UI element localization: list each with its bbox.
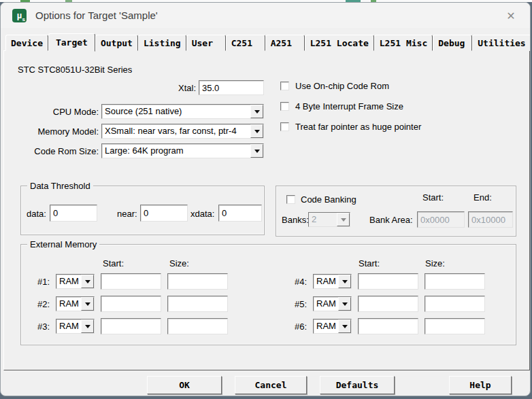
tab-device[interactable]: Device (5, 35, 48, 51)
ext-mem-row-label: #1: (31, 277, 50, 287)
tab-debug[interactable]: Debug (433, 35, 472, 51)
tab-user[interactable]: User (186, 35, 226, 51)
code-rom-size-value: Large: 64K program (102, 144, 250, 158)
memory-model-label: Memory Model: (4, 126, 99, 137)
tab-c251[interactable]: C251 (226, 35, 265, 51)
tab-output[interactable]: Output (95, 35, 138, 51)
dropdown-arrow-glyph (254, 130, 260, 133)
4-byte-interrupt-frame-checkbox[interactable] (280, 102, 289, 111)
ext-mem-start-input-5[interactable] (358, 296, 418, 312)
code-rom-size-label: Code Rom Size: (4, 146, 99, 156)
help-button[interactable]: Help (449, 376, 512, 394)
ext-mem-type-select-4[interactable]: RAM (313, 274, 352, 289)
treat-far-pointer-huge-label: Treat far pointer as huge pointer (295, 122, 421, 132)
tab-a251[interactable]: A251 (265, 35, 305, 51)
ext-mem-size-input-1[interactable] (167, 273, 228, 290)
device-name-label: STC STC8051U-32Bit Series (18, 65, 132, 75)
ok-button[interactable]: OK (147, 376, 222, 394)
xtal-label: Xtal: (140, 83, 196, 93)
dropdown-arrow-glyph (254, 110, 260, 114)
cancel-button[interactable]: Cancel (235, 376, 307, 394)
bank-area-start-input (417, 211, 465, 228)
ext-mem-type-value: RAM (314, 275, 338, 288)
ext-mem-type-select-2[interactable]: RAM (56, 296, 95, 311)
dialog-title: Options for Target 'Sample' (35, 10, 158, 21)
ext-mem-size-header-right: Size: (425, 258, 445, 268)
close-icon[interactable]: ✕ (503, 8, 519, 23)
ext-mem-size-input-3[interactable] (167, 318, 228, 334)
bank-start-header: Start: (422, 192, 444, 203)
code-banking-group: Code Banking Start: End: Banks: 2 Bank A… (276, 186, 516, 237)
tab-utilities[interactable]: Utilities (472, 35, 531, 51)
ext-mem-type-select-5[interactable]: RAM (313, 296, 352, 311)
chevron-down-icon[interactable] (338, 297, 351, 311)
ext-mem-size-input-5[interactable] (425, 296, 485, 312)
ext-mem-row-label: #6: (288, 322, 307, 332)
data-threshold-data-input[interactable] (50, 205, 97, 222)
chevron-down-icon (337, 213, 350, 226)
banks-label: Banks: (282, 215, 309, 225)
dropdown-arrow-glyph (342, 325, 348, 328)
ext-mem-type-select-1[interactable]: RAM (56, 274, 95, 289)
cpu-mode-value: Source (251 native) (102, 105, 250, 118)
bank-area-end-input (468, 211, 513, 228)
uvision-app-icon: µs (12, 9, 27, 22)
ext-mem-right-column: #4: RAM #5: RAM #6: RAM (288, 273, 485, 334)
ext-mem-type-select-3[interactable]: RAM (56, 319, 95, 334)
options-for-target-dialog: µs Options for Target 'Sample' ✕ Device … (0, 2, 531, 396)
cpu-mode-select[interactable]: Source (251 native) (101, 104, 264, 119)
ext-mem-start-header-left: Start: (103, 258, 124, 268)
ext-mem-size-input-2[interactable] (167, 296, 228, 312)
ext-mem-type-value: RAM (314, 297, 338, 311)
xtal-input[interactable] (199, 80, 264, 95)
external-memory-group-title: External Memory (27, 239, 99, 249)
ext-mem-start-input-1[interactable] (101, 273, 161, 290)
ext-mem-start-input-2[interactable] (101, 296, 161, 312)
chevron-down-icon[interactable] (81, 319, 94, 333)
data-threshold-group: Data Threshold data: near: xdata: (20, 186, 265, 235)
dropdown-arrow-glyph (342, 302, 348, 306)
tab-target[interactable]: Target (48, 33, 95, 52)
ext-mem-size-input-6[interactable] (425, 318, 485, 334)
tab-listing[interactable]: Listing (138, 35, 186, 51)
ext-mem-row-label: #4: (288, 277, 307, 287)
ext-mem-start-input-6[interactable] (358, 318, 418, 334)
ext-mem-start-input-4[interactable] (358, 273, 418, 290)
ext-mem-type-value: RAM (56, 319, 81, 333)
use-onchip-code-rom-checkbox[interactable] (280, 82, 289, 90)
memory-model-value: XSmall: near vars, far const, ptr-4 (102, 124, 250, 138)
ext-mem-type-value: RAM (56, 275, 81, 288)
ext-mem-size-header-left: Size: (169, 258, 189, 268)
chevron-down-icon[interactable] (338, 275, 351, 288)
uvision-icon-glyph: µ (17, 10, 22, 20)
defaults-button[interactable]: Defaults (320, 376, 395, 394)
data-threshold-near-input[interactable] (140, 205, 188, 222)
uvision-icon-subscript: s (22, 16, 25, 22)
title-bar[interactable]: µs Options for Target 'Sample' (1, 3, 530, 28)
4-byte-interrupt-frame-label: 4 Byte Interrupt Frame Size (295, 101, 403, 111)
tab-l251-misc[interactable]: L251 Misc (374, 35, 433, 51)
chevron-down-icon[interactable] (250, 105, 263, 118)
dropdown-arrow-glyph (85, 280, 90, 283)
chevron-down-icon[interactable] (250, 124, 263, 138)
chevron-down-icon[interactable] (250, 144, 263, 158)
tab-l251-locate[interactable]: L251 Locate (305, 35, 374, 51)
data-threshold-xdata-input[interactable] (218, 205, 262, 222)
chevron-down-icon[interactable] (338, 319, 351, 333)
code-rom-size-select[interactable]: Large: 64K program (101, 143, 264, 158)
chevron-down-icon[interactable] (81, 297, 94, 311)
bank-end-header: End: (473, 192, 492, 203)
ext-mem-row-label: #3: (31, 322, 50, 332)
ext-mem-start-input-3[interactable] (101, 318, 161, 334)
use-onchip-code-rom-label: Use On-chip Code Rom (295, 81, 389, 91)
data-threshold-near-label: near: (117, 209, 137, 219)
target-tab-page: STC STC8051U-32Bit Series Xtal: CPU Mode… (3, 50, 530, 370)
chevron-down-icon[interactable] (81, 275, 94, 288)
memory-model-select[interactable]: XSmall: near vars, far const, ptr-4 (101, 124, 264, 139)
ext-mem-type-select-6[interactable]: RAM (313, 319, 352, 334)
treat-far-pointer-huge-checkbox[interactable] (280, 122, 289, 131)
ext-mem-size-input-4[interactable] (425, 273, 485, 290)
code-banking-checkbox[interactable] (286, 195, 295, 204)
dropdown-arrow-glyph (341, 218, 346, 222)
bank-area-label: Bank Area: (369, 215, 413, 225)
